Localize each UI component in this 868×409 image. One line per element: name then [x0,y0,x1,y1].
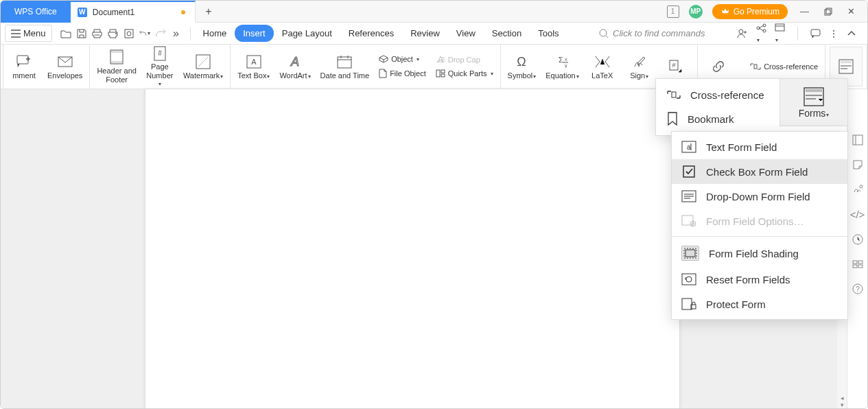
hamburger-icon [11,30,21,38]
checkbox-icon [681,165,696,178]
protect-form-label: Protect Form [706,299,766,310]
tab-references[interactable]: References [340,25,402,42]
sidepanel-icon-1[interactable] [852,135,863,145]
menu-button[interactable]: Menu [5,25,52,42]
dropdown-field-icon [681,190,696,202]
svg-rect-23 [338,57,351,68]
envelopes-button[interactable]: Envelopes [45,47,85,86]
more-icon[interactable]: ⋮ [829,28,838,39]
forms-dropdown-button[interactable]: Forms▾ [779,78,848,126]
svg-rect-25 [436,70,440,77]
tab-section[interactable]: Section [484,25,530,42]
undo-icon[interactable]: ▾ [139,28,150,39]
cross-reference-ribbon[interactable]: Cross-reference [747,60,821,73]
qat-more-icon[interactable]: » [171,28,182,39]
unsaved-indicator-icon [181,10,185,14]
tab-home[interactable]: Home [195,25,235,42]
svg-rect-26 [441,70,445,73]
svg-rect-36 [841,61,852,63]
sidepanel-icon-5[interactable] [852,234,863,245]
tab-page-layout[interactable]: Page Layout [274,25,340,42]
share-icon[interactable]: ▾ [756,23,766,44]
header-footer-button[interactable]: Header and Footer [94,47,139,86]
protect-form-item[interactable]: Protect Form [672,292,847,316]
sidepanel-help-icon[interactable]: ? [852,283,863,294]
datetime-button[interactable]: Date and Time [318,47,373,86]
tab-tools[interactable]: Tools [530,25,567,42]
checkbox-form-field-item[interactable]: Check Box Form Field [672,159,847,184]
file-object-button[interactable]: File Object [376,67,429,80]
comment-button[interactable]: mment [8,47,40,86]
text-form-field-label: Text Form Field [706,141,777,153]
quick-access-toolbar: ▾ » [56,28,186,39]
search-icon [599,29,609,38]
textbox-button[interactable]: A Text Box▾ [235,47,272,86]
dropcap-button: A Drop Cap [433,54,496,65]
svg-point-4 [127,32,131,36]
save-icon[interactable] [76,28,87,39]
crown-icon [720,7,730,16]
go-premium-button[interactable]: Go Premium [712,4,788,19]
symbol-button[interactable]: Ω Symbol▾ [505,47,539,86]
svg-rect-11 [811,30,820,36]
object-button[interactable]: Object▾ [376,54,429,65]
collapse-ribbon-icon[interactable] [847,30,856,37]
svg-rect-57 [682,274,696,285]
feedback-icon[interactable] [810,29,821,38]
svg-rect-16 [111,61,122,63]
close-button[interactable]: ✕ [845,5,858,18]
svg-text:A: A [290,55,299,69]
user-avatar[interactable]: MP [689,5,703,19]
redo-icon[interactable] [155,28,166,39]
svg-rect-1 [826,8,832,14]
command-search[interactable]: Click to find commands [599,28,705,38]
sign-button[interactable]: Sign▾ [623,47,656,86]
sidepanel-icon-2[interactable] [852,159,863,170]
sidepanel-icon-4[interactable]: </> [850,209,865,220]
wordart-button[interactable]: A WordArt▾ [277,47,313,86]
user-action-icon[interactable] [737,29,748,38]
text-field-icon: a [681,141,696,153]
print-icon[interactable] [92,28,103,39]
tab-view[interactable]: View [448,25,484,42]
forms-block-label: Forms [799,108,826,119]
quickparts-button[interactable]: Quick Parts▾ [433,68,496,79]
maximize-button[interactable] [821,6,835,17]
page-number-button[interactable]: # Page Number▾ [143,47,176,86]
text-form-field-item[interactable]: a Text Form Field [672,135,847,159]
menu-row: Menu ▾ » Home Insert Page Layout Referen… [1,23,867,45]
restore-indicator[interactable]: 1 [667,5,679,18]
form-field-options-item: Form Field Options… [672,209,847,233]
app-brand[interactable]: WPS Office [1,1,71,23]
shading-icon [683,248,697,259]
latex-button[interactable]: LaTeX [586,47,619,86]
print-preview-icon[interactable] [124,28,134,39]
watermark-button[interactable]: Watermark▾ [180,47,226,86]
svg-text:a: a [687,143,691,151]
checkbox-form-field-label: Check Box Form Field [706,166,808,178]
reading-mode-icon[interactable]: ▾ [775,23,785,44]
svg-rect-58 [682,299,692,309]
svg-rect-48 [806,89,822,92]
svg-rect-15 [111,51,122,53]
crossref-icon [667,89,681,101]
sidepanel-icon-6[interactable] [852,259,863,270]
shading-icon-selected [681,246,699,261]
open-icon[interactable] [60,28,71,39]
tab-insert[interactable]: Insert [235,25,274,42]
tab-review[interactable]: Review [402,25,448,42]
reset-form-fields-label: Reset Form Fields [706,274,790,285]
form-field-shading-item[interactable]: Form Field Shading [672,239,847,267]
sidepanel-icon-3[interactable] [852,184,863,195]
print-direct-icon[interactable] [108,28,119,39]
equation-button[interactable]: Σxy Equation▾ [543,47,581,86]
dropdown-form-field-item[interactable]: Drop-Down Form Field [672,184,847,209]
new-tab-button[interactable]: + [196,5,221,18]
minimize-button[interactable]: — [797,5,812,18]
document-page[interactable] [145,89,680,408]
bookmark-menu-label: Bookmark [688,113,734,125]
reset-form-fields-item[interactable]: Reset Form Fields [672,267,847,292]
svg-rect-42 [853,265,857,268]
document-tab[interactable]: W Document1 [71,1,196,23]
svg-text:?: ? [856,285,860,293]
